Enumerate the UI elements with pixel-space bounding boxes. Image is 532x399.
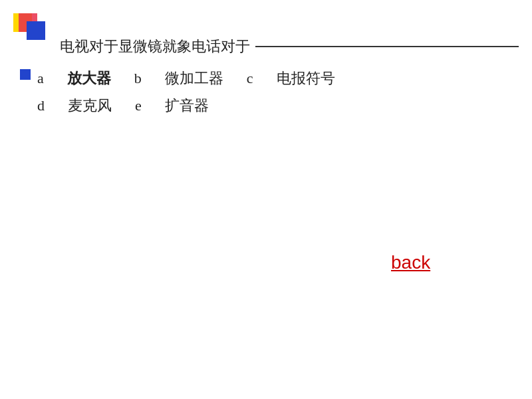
answer-row-2: d 麦克风 e 扩音器 [20, 94, 519, 117]
bullet-icon [20, 69, 31, 80]
question-row: 电视对于显微镜就象电话对于 [13, 37, 519, 57]
question-underline [255, 46, 519, 47]
label-a: a [37, 70, 44, 86]
page-container: 电视对于显微镜就象电话对于 a 放大器 b 微加工器 c 电报符号 [0, 0, 532, 399]
back-link[interactable]: back [391, 252, 430, 273]
label-d: d [37, 97, 45, 114]
option-a: 放大器 [67, 70, 111, 86]
label-b: b [134, 70, 142, 86]
answer-block: a 放大器 b 微加工器 c 电报符号 d 麦克风 e [20, 66, 519, 121]
option-d: 麦克风 [68, 97, 112, 114]
question-text: 电视对于显微镜就象电话对于 [60, 37, 250, 57]
option-b: 微加工器 [165, 70, 223, 86]
answer-row-1: a 放大器 b 微加工器 c 电报符号 [20, 66, 519, 90]
options-line-2: d 麦克风 e 扩音器 [37, 94, 209, 117]
option-e: 扩音器 [165, 97, 209, 114]
label-c: c [247, 70, 253, 86]
label-e: e [135, 97, 142, 114]
options-line-1: a 放大器 b 微加工器 c 电报符号 [37, 66, 335, 90]
option-c: 电报符号 [277, 70, 335, 86]
